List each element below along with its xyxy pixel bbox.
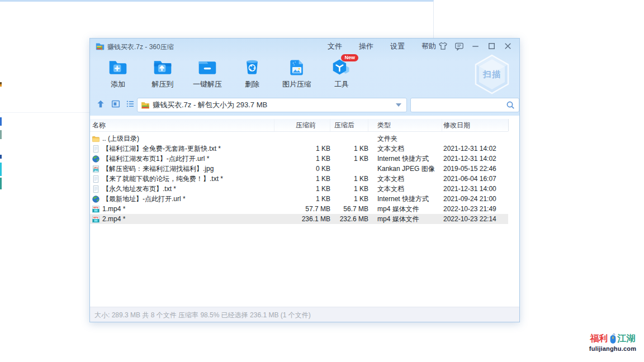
file-row[interactable]: JPG【解压密码：来福利江湖找福利】.jpg0 KBKankan JPEG 图像… [90, 164, 508, 174]
file-type: 文件夹 [376, 134, 442, 144]
file-row[interactable]: .. (上级目录)文件夹 [90, 134, 508, 144]
new-badge: New [341, 54, 358, 61]
menu-bar: 文件 操作 设置 帮助 [328, 39, 436, 54]
size-after: 56.7 MB [330, 204, 368, 214]
file-name: 【来了就能下载的论坛，纯免费！】.txt * [102, 174, 223, 184]
file-row[interactable]: 【来了就能下载的论坛，纯免费！】.txt *1 KB1 KB文本文档2021-0… [90, 174, 508, 184]
search-icon[interactable] [506, 101, 515, 110]
minimize-button[interactable] [469, 40, 481, 52]
screen-edge-fragment [0, 117, 2, 126]
file-name: 1.mp4 * [102, 204, 125, 214]
txt-file-icon [92, 185, 100, 193]
delete-button[interactable]: 删除 [232, 56, 272, 92]
add-folder-icon [107, 58, 129, 78]
file-row[interactable]: 【最新地址】-点此打开.url *1 KB1 KBInternet 快捷方式20… [90, 194, 508, 204]
file-row[interactable]: MP41.mp4 *57.7 MB56.7 MBmp4 媒体文件2022-10-… [90, 204, 508, 214]
logo-text-right: 江湖 [618, 333, 636, 345]
file-date: 2021-09-24 21:00 [442, 194, 508, 204]
tools-button[interactable]: New 工具 [321, 56, 362, 92]
title-bar[interactable]: 赚钱买衣.7z - 360压缩 文件 操作 设置 帮助 [90, 39, 519, 54]
maximize-button[interactable] [485, 40, 498, 52]
menu-operation[interactable]: 操作 [359, 41, 373, 51]
file-name: 【福利江湖发布页1】-点此打开.url * [102, 154, 209, 164]
file-date: 2021-12-31 14:02 [442, 144, 508, 154]
360zip-window: 赚钱买衣.7z - 360压缩 文件 操作 设置 帮助 [89, 38, 520, 322]
size-after: 1 KB [330, 144, 368, 154]
size-after [330, 164, 368, 174]
screen-edge-fragment [0, 130, 2, 139]
file-type: 文本文档 [376, 174, 442, 184]
up-arrow-icon[interactable] [96, 99, 106, 109]
list-header: 名称 压缩前 压缩后 类型 修改日期 [90, 119, 508, 132]
view-mode-icon[interactable] [111, 99, 121, 109]
file-type: Kankan JPEG 图像 [376, 164, 442, 174]
size-before [274, 134, 330, 144]
size-after [330, 134, 368, 144]
feedback-icon[interactable] [453, 40, 465, 52]
size-before: 1 KB [274, 144, 330, 154]
toolbar-label: 工具 [334, 79, 349, 89]
screen: 赚钱买衣.7z - 360压缩 文件 操作 设置 帮助 [0, 0, 644, 362]
toolbar-label: 删除 [245, 79, 259, 89]
jpg-file-icon: JPG [92, 165, 100, 173]
toolbar: 添加 解压到 一键解压 删除 图片压缩 New 工具 [98, 56, 362, 92]
menu-file[interactable]: 文件 [328, 41, 342, 51]
screen-edge-fragment [0, 84, 2, 87]
logo-domain: fulijianghu.com [585, 345, 641, 352]
column-header-size-before[interactable]: 压缩前 [274, 119, 330, 131]
file-date: 2021-06-04 16:07 [442, 174, 508, 184]
archive-path-combobox[interactable]: 赚钱买衣.7z - 解包大小为 293.7 MB [137, 98, 407, 112]
list-view-icon[interactable] [125, 99, 135, 109]
column-header-date[interactable]: 修改日期 [442, 119, 508, 131]
size-before: 236.1 MB [274, 214, 330, 224]
size-before: 1 KB [274, 174, 330, 184]
svg-text:JPG: JPG [93, 166, 98, 169]
search-box [410, 98, 519, 112]
column-header-type[interactable]: 类型 [376, 119, 442, 131]
skin-shirt-icon[interactable] [437, 40, 449, 52]
txt-file-icon [92, 145, 100, 153]
size-before: 57.7 MB [274, 204, 330, 214]
one-click-extract-button[interactable]: 一键解压 [187, 56, 228, 92]
file-row[interactable]: 【福利江湖发布页1】-点此打开.url *1 KB1 KBInternet 快捷… [90, 154, 508, 164]
close-button[interactable] [501, 40, 514, 52]
file-name: 【永久地址发布页】.txt * [102, 184, 176, 194]
add-button[interactable]: 添加 [98, 56, 138, 92]
image-compress-icon [286, 58, 308, 78]
file-name: 【最新地址】-点此打开.url * [102, 194, 186, 204]
extract-to-folder-icon [151, 58, 174, 78]
file-row-selected[interactable]: MP42.mp4 *236.1 MB232.6 MBmp4 媒体文件2022-1… [90, 214, 508, 224]
scan-button[interactable]: 扫描 [473, 54, 510, 94]
file-date: 2019-05-15 22:46 [442, 164, 508, 174]
svg-text:MP4: MP4 [93, 216, 98, 219]
search-input[interactable] [414, 99, 503, 112]
file-type: Internet 快捷方式 [376, 154, 442, 164]
toolbar-label: 解压到 [152, 79, 174, 89]
file-date: 2022-10-23 21:49 [442, 204, 508, 214]
file-row[interactable]: 【福利江湖】全免费-无套路-更新快.txt *1 KB1 KB文本文档2021-… [90, 144, 508, 154]
screen-edge-fragment [0, 178, 2, 189]
file-type: Internet 快捷方式 [376, 194, 442, 204]
menu-settings[interactable]: 设置 [390, 41, 405, 51]
column-header-size-after[interactable]: 压缩后 [330, 119, 368, 131]
file-date [442, 134, 508, 144]
txt-file-icon [92, 175, 100, 183]
extract-to-button[interactable]: 解压到 [143, 56, 183, 92]
mp4-file-icon: MP4 [92, 215, 100, 223]
file-row[interactable]: 【永久地址发布页】.txt *1 KB1 KB文本文档2021-12-31 14… [90, 184, 508, 194]
file-name: 2.mp4 * [102, 214, 125, 224]
file-name: 【解压密码：来福利江湖找福利】.jpg [102, 164, 214, 174]
archive-path-text: 赚钱买衣.7z - 解包大小为 293.7 MB [153, 100, 267, 110]
column-header-name[interactable]: 名称 [90, 119, 274, 131]
url-file-icon [92, 195, 100, 203]
size-after: 1 KB [330, 184, 368, 194]
combobox-dropdown-arrow[interactable] [396, 103, 401, 107]
size-after: 1 KB [330, 154, 368, 164]
file-type: 文本文档 [376, 144, 442, 154]
screen-edge-fragment [0, 155, 2, 159]
app-archive-icon [95, 41, 105, 51]
image-compress-button[interactable]: 图片压缩 [277, 56, 317, 92]
file-name: 【福利江湖】全免费-无套路-更新快.txt * [102, 144, 221, 154]
menu-help[interactable]: 帮助 [422, 41, 436, 51]
svg-text:MP4: MP4 [93, 206, 98, 209]
